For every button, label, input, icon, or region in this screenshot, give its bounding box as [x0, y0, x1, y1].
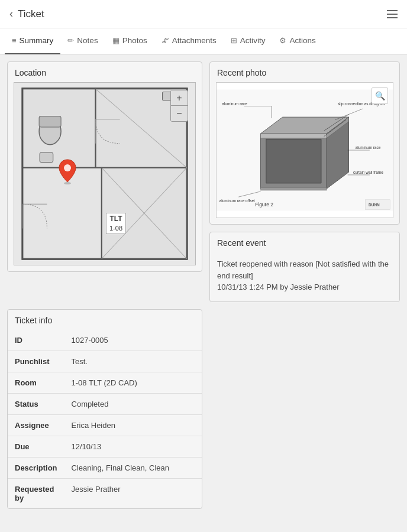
tab-notes[interactable]: ✏ Notes	[60, 28, 105, 54]
table-row: ID 1027-0005	[8, 330, 202, 351]
event-timestamp: 10/31/13 1:24 PM by Jessie Prather	[217, 283, 340, 291]
table-row: Description Cleaning, Final Clean, Clean	[8, 457, 202, 478]
label-status: Status	[8, 393, 64, 414]
tab-notes-label: Notes	[77, 36, 98, 45]
label-due: Due	[8, 436, 64, 457]
table-row: Requested by Jessie Prather	[8, 478, 202, 508]
value-id: 1027-0005	[64, 330, 202, 351]
attachments-icon: 🖇	[161, 36, 169, 45]
page-title: Ticket	[18, 8, 44, 20]
right-column: Recent photo 🔍	[209, 61, 400, 302]
label-room: Room	[8, 372, 64, 393]
ticket-info-card: Ticket info ID 1027-0005 Punchlist Test.…	[7, 309, 202, 509]
hamburger-icon[interactable]	[387, 10, 398, 18]
room-label: TLT 1-08	[106, 213, 126, 234]
tab-photos[interactable]: ▦ Photos	[105, 28, 154, 54]
zoom-out-button[interactable]: −	[171, 106, 188, 121]
svg-marker-23	[261, 134, 327, 138]
label-description: Description	[8, 457, 64, 478]
event-text: Ticket reopened with reason [Not satisfi…	[217, 259, 389, 280]
svg-text:aluminum race: aluminum race	[356, 145, 381, 150]
svg-text:aluminum race offset: aluminum race offset	[219, 199, 255, 203]
location-map[interactable]: + −	[14, 82, 196, 265]
zoom-photo-button[interactable]: 🔍	[372, 87, 388, 104]
notes-icon: ✏	[67, 36, 74, 45]
value-room: 1-08 TLT (2D CAD)	[64, 372, 202, 393]
event-body: Ticket reopened with reason [Not satisfi…	[210, 252, 399, 301]
svg-rect-27	[261, 187, 327, 190]
value-due: 12/10/13	[64, 436, 202, 457]
value-assignee[interactable]: Erica Heiden	[64, 414, 202, 436]
summary-icon: ≡	[12, 36, 17, 45]
technical-drawing: aluminum race slip connection as designe…	[217, 83, 393, 218]
label-punchlist: Punchlist	[8, 351, 64, 372]
photos-icon: ▦	[112, 36, 119, 45]
tab-actions-label: Actions	[289, 36, 315, 45]
recent-event-card: Recent event Ticket reopened with reason…	[209, 232, 400, 302]
location-card: Location + −	[7, 61, 202, 272]
location-pin	[58, 158, 77, 186]
tab-summary-label: Summary	[20, 36, 54, 45]
zoom-in-button[interactable]: +	[171, 90, 188, 106]
value-description: Cleaning, Final Clean, Clean	[64, 457, 202, 478]
table-row: Room 1-08 TLT (2D CAD)	[8, 372, 202, 393]
svg-rect-6	[39, 116, 61, 126]
tab-attachments-label: Attachments	[172, 36, 217, 45]
label-requested-by: Requested by	[8, 478, 64, 508]
label-id: ID	[8, 330, 64, 351]
table-row: Due 12/10/13	[8, 436, 202, 457]
value-punchlist: Test.	[64, 351, 202, 372]
photo-area: 🔍	[216, 82, 393, 218]
label-assignee: Assignee	[8, 414, 64, 436]
svg-text:curtain wall frame: curtain wall frame	[353, 170, 383, 174]
floor-plan-svg	[14, 83, 195, 265]
tab-activity[interactable]: ⊞ Activity	[224, 28, 273, 54]
table-row: Assignee Erica Heiden	[8, 414, 202, 436]
actions-icon: ⚙	[279, 36, 286, 45]
tab-photos-label: Photos	[122, 36, 147, 45]
map-controls: + −	[170, 90, 188, 122]
room-name: TLT	[109, 215, 122, 224]
info-table: ID 1027-0005 Punchlist Test. Room 1-08 T…	[8, 330, 202, 508]
svg-text:Figure 2: Figure 2	[255, 202, 273, 207]
table-row: Punchlist Test.	[8, 351, 202, 372]
recent-event-title: Recent event	[210, 232, 399, 252]
tab-bar: ≡ Summary ✏ Notes ▦ Photos 🖇 Attachments…	[0, 28, 407, 54]
recent-photo-card: Recent photo 🔍	[209, 61, 400, 225]
tab-summary[interactable]: ≡ Summary	[5, 28, 60, 54]
room-number: 1-08	[109, 224, 122, 232]
tab-activity-label: Activity	[240, 36, 266, 45]
svg-point-17	[64, 164, 71, 171]
location-title: Location	[8, 62, 202, 82]
header: ‹ Ticket	[0, 0, 407, 28]
tab-actions[interactable]: ⚙ Actions	[272, 28, 322, 54]
header-left: ‹ Ticket	[9, 8, 44, 20]
activity-icon: ⊞	[231, 36, 237, 45]
svg-text:DUNN: DUNN	[369, 203, 380, 207]
tab-attachments[interactable]: 🖇 Attachments	[154, 28, 224, 54]
ticket-info-title: Ticket info	[8, 310, 202, 330]
svg-rect-7	[40, 153, 53, 162]
value-requested-by: Jessie Prather	[64, 478, 202, 508]
main-content: Location + −	[0, 54, 407, 516]
recent-photo-title: Recent photo	[210, 62, 399, 82]
value-status: Completed	[64, 393, 202, 414]
back-icon[interactable]: ‹	[9, 8, 13, 20]
svg-text:aluminum race: aluminum race	[222, 102, 247, 106]
svg-marker-22	[266, 139, 321, 183]
top-row: Location + −	[7, 61, 400, 302]
table-row: Status Completed	[8, 393, 202, 414]
